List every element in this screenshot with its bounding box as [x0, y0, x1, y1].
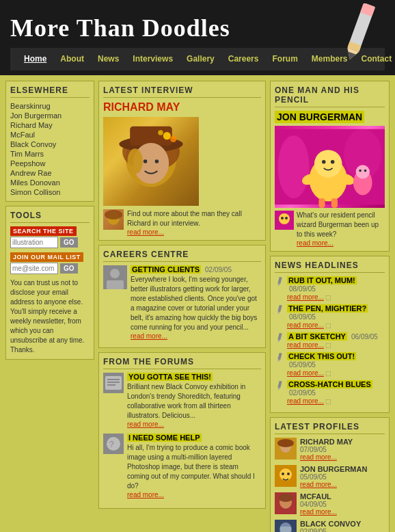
external-link-icon-0: ⬚: [325, 294, 331, 301]
elsewhere-link-7[interactable]: Andrew Rae: [10, 168, 90, 178]
profile-item-3: BLACK CONVOY 02/09/05 read more...: [275, 520, 385, 532]
news-content-1: THE PEN, MIGHTIER? 08/09/05 read more...…: [287, 304, 385, 329]
svg-point-62: [280, 468, 292, 481]
tools-panel: Tools SEARCH THE SITE GO JOIN OUR MAIL L…: [5, 206, 94, 360]
news-date-2: 06/09/05: [351, 333, 378, 341]
careers-item: GETTING CLIENTS 02/09/05 Everywhere I lo…: [103, 265, 261, 340]
nav-forum[interactable]: Forum: [265, 52, 304, 66]
forum-read-more-1[interactable]: read more...: [127, 491, 261, 498]
svg-point-30: [278, 135, 310, 198]
mail-label: JOIN OUR MAIL LIST: [10, 252, 83, 262]
news-pencil-icon-2: [275, 333, 284, 343]
svg-point-17: [105, 210, 122, 220]
news-read-more-4[interactable]: read more...: [287, 397, 324, 405]
profile-read-more-0[interactable]: read more...: [300, 453, 385, 461]
profile-content-1: JON BURGERMAN 05/09/05 read more...: [300, 465, 385, 488]
forum-content-1: I NEED SOME HELP Hi all, I'm trying to p…: [127, 434, 261, 498]
news-date-1: 08/09/05: [289, 313, 316, 321]
svg-text:?: ?: [109, 440, 114, 449]
burgerman-bottom: What's our resident pencil wizard Burger…: [275, 211, 385, 247]
mail-go-button[interactable]: GO: [60, 263, 78, 274]
careers-read-more[interactable]: read more...: [131, 332, 261, 340]
profile-date-3: 02/09/05: [300, 528, 385, 532]
nav-home[interactable]: Home: [17, 52, 53, 66]
svg-point-35: [331, 160, 335, 164]
profile-name-2: MCFAUL: [300, 492, 385, 501]
mail-input[interactable]: [10, 263, 58, 274]
burgerman-thumbnail: [275, 211, 294, 230]
interview-bottom: Find out more about the man they call Ri…: [103, 209, 261, 236]
elsewhere-panel: Elsewhere Bearskinrug Jon Burgerman Rich…: [5, 81, 94, 202]
svg-rect-39: [331, 198, 338, 208]
elsewhere-link-1[interactable]: Jon Burgerman: [10, 111, 90, 120]
elsewhere-link-3[interactable]: McFaul: [10, 130, 90, 139]
svg-rect-54: [277, 353, 282, 360]
profile-name-3: BLACK CONVOY: [300, 520, 385, 528]
nav-gallery[interactable]: Gallery: [180, 52, 221, 66]
forum-thumbnail-1: ?: [103, 434, 124, 454]
forum-read-more-0[interactable]: read more...: [127, 421, 261, 428]
elsewhere-link-4[interactable]: Black Convoy: [10, 139, 90, 149]
news-content-4: CROSS-HATCH BLUES 02/09/05 read more... …: [287, 380, 385, 405]
forum-text-1: Hi all, I'm trying to produce a comic bo…: [127, 443, 261, 491]
news-title-4: CROSS-HATCH BLUES: [287, 380, 372, 388]
careers-title: GETTING CLIENTS: [131, 265, 201, 274]
news-content-3: CHECK THIS OUT! 05/09/05 read more... ⬚: [287, 352, 385, 377]
nav-news[interactable]: News: [91, 52, 126, 66]
svg-point-43: [364, 170, 367, 172]
svg-point-42: [359, 170, 362, 172]
middle-column: Latest Interview RICHARD MAY: [98, 81, 266, 532]
nav-careers[interactable]: Careers: [221, 52, 266, 66]
main-content: Elsewhere Bearskinrug Jon Burgerman Rich…: [0, 75, 395, 532]
elsewhere-title: Elsewhere: [10, 85, 90, 98]
burgerman-description: What's our resident pencil wizard Burger…: [297, 211, 385, 239]
news-pencil-icon-1: [275, 305, 284, 315]
news-read-more-1[interactable]: read more...: [287, 321, 324, 329]
interview-read-more[interactable]: read more...: [127, 228, 261, 236]
burgerman-name: JON BURGERMAN: [275, 111, 364, 123]
svg-point-47: [285, 217, 288, 220]
profile-read-more-2[interactable]: read more...: [300, 508, 385, 516]
svg-point-45: [279, 213, 290, 224]
nav-about[interactable]: About: [53, 52, 91, 66]
news-read-more-0[interactable]: read more...: [287, 293, 324, 301]
news-pencil-icon-4: [275, 381, 284, 390]
news-read-more-3[interactable]: read more...: [287, 369, 324, 377]
elsewhere-link-9[interactable]: Simon Collison: [10, 187, 90, 197]
external-link-icon-3: ⬚: [325, 370, 331, 377]
search-go-button[interactable]: GO: [60, 237, 78, 248]
svg-point-67: [278, 494, 293, 502]
tools-title: Tools: [10, 211, 90, 223]
profile-date-1: 05/09/05: [300, 473, 385, 481]
careers-date: 02/09/05: [205, 266, 232, 274]
careers-text: Everywhere I look, I'm seeing younger, b…: [131, 275, 261, 332]
profile-thumbnail-3: [275, 520, 297, 532]
news-item-0: RUB IT OUT, MUM! 08/09/05 read more... ⬚: [275, 276, 385, 301]
left-column: Elsewhere Bearskinrug Jon Burgerman Rich…: [5, 81, 94, 532]
careers-panel: Careers Centre GETTING CLIENTS 02/09/05 …: [98, 245, 266, 348]
nav-interviews[interactable]: Interviews: [126, 52, 180, 66]
burgerman-read-more[interactable]: read more...: [297, 239, 385, 247]
news-read-more-2[interactable]: read more...: [287, 341, 324, 349]
elsewhere-link-8[interactable]: Miles Donovan: [10, 178, 90, 187]
search-input[interactable]: [10, 237, 58, 248]
profiles-section-title: Latest Profiles: [275, 422, 385, 434]
svg-rect-25: [107, 384, 115, 386]
profile-name-0: RICHARD MAY: [300, 438, 385, 446]
elsewhere-link-0[interactable]: Bearskinrug: [10, 101, 90, 111]
elsewhere-link-6[interactable]: Peepshow: [10, 159, 90, 168]
profile-date-0: 07/09/05: [300, 446, 385, 453]
profile-name-1: JON BURGERMAN: [300, 465, 385, 473]
profile-thumbnail-0: [275, 438, 297, 460]
profile-content-2: MCFAUL 04/09/05 read more...: [300, 492, 385, 516]
elsewhere-link-2[interactable]: Richard May: [10, 120, 90, 130]
navigation: Home About News Interviews Gallery Caree…: [10, 48, 385, 70]
news-title-0: RUB IT OUT, MUM!: [287, 276, 357, 284]
profile-item-1: JON BURGERMAN 05/09/05 read more...: [275, 465, 385, 488]
profile-content-0: RICHARD MAY 07/09/05 read more...: [300, 438, 385, 461]
profile-read-more-1[interactable]: read more...: [300, 481, 385, 488]
forum-item-1: ? I NEED SOME HELP Hi all, I'm trying to…: [103, 434, 261, 498]
elsewhere-link-5[interactable]: Tim Marrs: [10, 149, 90, 159]
site-title: More Than Doodles: [10, 7, 385, 48]
svg-rect-50: [277, 305, 282, 312]
